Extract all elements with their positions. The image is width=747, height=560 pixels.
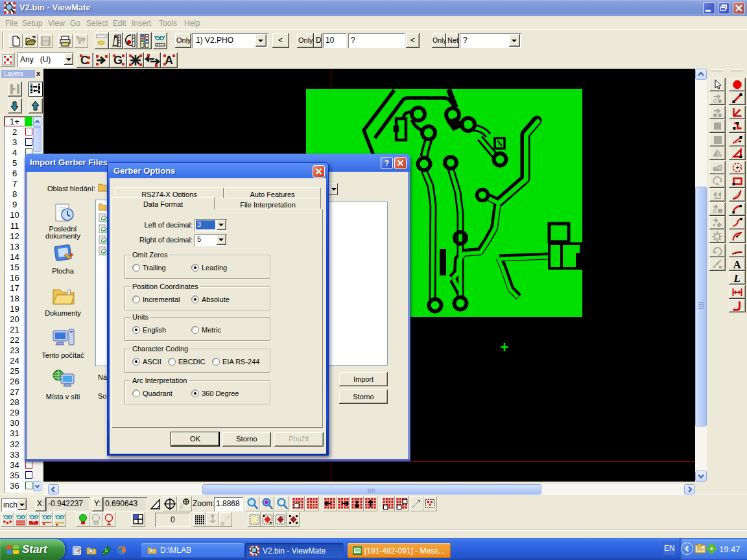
svg-text:A: A <box>733 259 742 271</box>
svg-text:s: s <box>281 515 283 519</box>
svg-text:?: ? <box>81 36 86 45</box>
svg-text:L: L <box>733 272 741 285</box>
